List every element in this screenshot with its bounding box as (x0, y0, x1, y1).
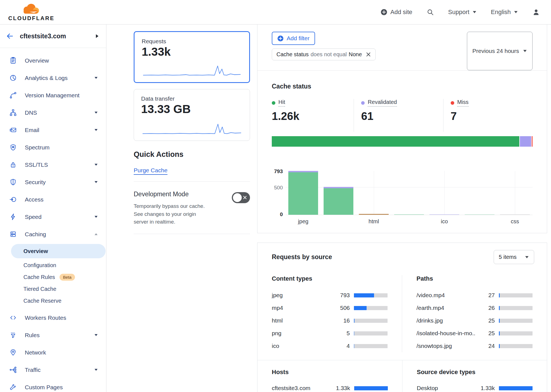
sidebar-item-access[interactable]: Access (0, 191, 106, 208)
sidebar-item-analytics-logs[interactable]: Analytics & Logs (0, 69, 106, 87)
table-row: Desktop1.33k (417, 382, 533, 392)
items-count-dropdown[interactable]: 5 items (494, 250, 534, 264)
bar-track (354, 344, 388, 348)
bar-other (465, 171, 494, 215)
table-row: cftestsite3.com1.33k (272, 382, 388, 392)
user-account-icon[interactable] (532, 8, 540, 16)
bar-track (499, 306, 533, 310)
requests-value: 1.33k (142, 45, 242, 58)
development-mode-toggle[interactable] (232, 192, 250, 203)
bar-track (499, 386, 533, 390)
sidebar-subitem-configuration[interactable]: Configuration (0, 259, 106, 271)
chevron-down-icon (525, 256, 529, 259)
data-transfer-metric-card[interactable]: Data transfer 13.33 GB (134, 89, 250, 141)
requests-by-source-panel: Requests by source 5 items Content types… (257, 243, 547, 392)
chevron-down-icon (94, 77, 98, 79)
cloudflare-cloud-icon (18, 3, 45, 15)
miss-dot (451, 101, 454, 105)
site-name: cftestsite3.com (20, 33, 66, 40)
bar-html (359, 171, 389, 215)
hit-label[interactable]: Hit (278, 99, 285, 107)
table-row: /isolated-house-in-mo...25 (416, 327, 533, 340)
support-menu[interactable]: Support (448, 9, 477, 16)
sidebar-item-custom-pages[interactable]: Custom Pages (0, 378, 106, 392)
toggle-off-x-icon (243, 195, 247, 200)
plus-circle-icon (381, 9, 387, 15)
analytics-main: Add filter Cache status does not equal N… (257, 25, 551, 392)
sidebar-subitem-caching-overview[interactable]: Overview (11, 244, 106, 258)
sidebar-item-speed[interactable]: Speed (0, 208, 106, 225)
chevron-down-icon (94, 334, 98, 336)
add-filter-button[interactable]: Add filter (272, 32, 315, 45)
sidebar-subitem-tiered-cache[interactable]: Tiered Cache (0, 283, 106, 295)
branch-icon (9, 92, 17, 99)
site-selector: cftestsite3.com (0, 25, 106, 48)
funnel-icon (9, 331, 17, 339)
miss-stat: Miss 7 (443, 99, 533, 132)
y-axis: 793 500 0 (272, 171, 286, 215)
share-branch-icon (9, 366, 17, 374)
miss-label[interactable]: Miss (457, 99, 469, 107)
sidebar-item-traffic[interactable]: Traffic (0, 361, 106, 378)
cache-status-stats: Hit 1.26k Revalidated 61 Miss 7 (272, 99, 533, 132)
sidebar-item-dns[interactable]: DNS (0, 104, 106, 121)
sidebar-item-caching[interactable]: Caching (0, 225, 106, 243)
filter-chip[interactable]: Cache status does not equal None (272, 49, 376, 60)
wrench-icon (9, 383, 17, 391)
table-row: html16 (272, 314, 388, 327)
back-arrow-icon[interactable] (6, 32, 14, 40)
requests-metric-card[interactable]: Requests 1.33k (134, 31, 250, 83)
beta-badge: Beta (60, 274, 75, 281)
requests-label: Requests (142, 38, 242, 45)
revalidated-label[interactable]: Revalidated (368, 99, 397, 107)
development-mode-title: Development Mode (134, 190, 208, 198)
sidebar-item-overview[interactable]: Overview (0, 52, 106, 69)
add-site-button[interactable]: Add site (381, 9, 412, 16)
time-range-dropdown[interactable]: Previous 24 hours (467, 32, 533, 70)
chevron-right-icon[interactable] (95, 34, 99, 38)
table-row: png5 (272, 327, 388, 340)
x-axis-labels: jpeg html ico css (286, 218, 533, 225)
bar-track (354, 293, 388, 297)
cache-status-title: Cache status (272, 83, 533, 90)
table-row: /video.mp427 (416, 289, 533, 302)
bar-track (354, 306, 388, 310)
bar-css (500, 171, 530, 215)
code-brackets-icon (9, 314, 17, 321)
server-stack-icon (9, 230, 17, 238)
bar-track (499, 344, 533, 348)
filter-operator: does not equal (311, 51, 347, 58)
purge-cache-link[interactable]: Purge Cache (134, 167, 168, 174)
search-icon[interactable] (427, 9, 434, 16)
paths-column: Paths /video.mp427 /earth.mp426 /drinks.… (402, 275, 547, 352)
summary-column: Requests 1.33k Data transfer 13.33 GB Qu… (106, 25, 257, 392)
sidebar-item-network[interactable]: Network (0, 344, 106, 361)
sidebar-subitem-cache-rules[interactable]: Cache Rules Beta (0, 271, 106, 283)
hit-value: 1.26k (272, 110, 354, 122)
bar-track (499, 331, 533, 335)
table-row: /earth.mp426 (416, 302, 533, 314)
sidebar-item-email[interactable]: Email (0, 121, 106, 139)
chevron-down-icon (94, 216, 98, 218)
pie-chart-icon (9, 74, 17, 82)
sidebar-item-security[interactable]: Security (0, 173, 106, 191)
hit-dot (272, 101, 275, 105)
sidebar-subitem-cache-reserve[interactable]: Cache Reserve (0, 295, 106, 307)
plot-area (286, 171, 533, 215)
table-row: ico4 (272, 340, 388, 352)
revalidated-segment (519, 136, 531, 147)
filter-value: None (349, 51, 362, 58)
envelope-icon (9, 126, 17, 134)
sidebar-item-workers-routes[interactable]: Workers Routes (0, 309, 106, 326)
table-row: /snowtops.jpg24 (416, 340, 533, 352)
remove-filter-icon[interactable] (366, 52, 371, 57)
chevron-down-icon (523, 50, 527, 52)
login-arrow-icon (9, 196, 17, 203)
sidebar-item-spectrum[interactable]: Spectrum (0, 139, 106, 156)
table-row: /drinks.jpg25 (416, 314, 533, 327)
language-menu[interactable]: English (491, 9, 518, 16)
sidebar-item-ssl-tls[interactable]: SSL/TLS (0, 156, 106, 173)
sidebar-item-version-management[interactable]: Version Management (0, 87, 106, 104)
sidebar-item-rules[interactable]: Rules (0, 326, 106, 344)
lock-icon (9, 161, 17, 168)
